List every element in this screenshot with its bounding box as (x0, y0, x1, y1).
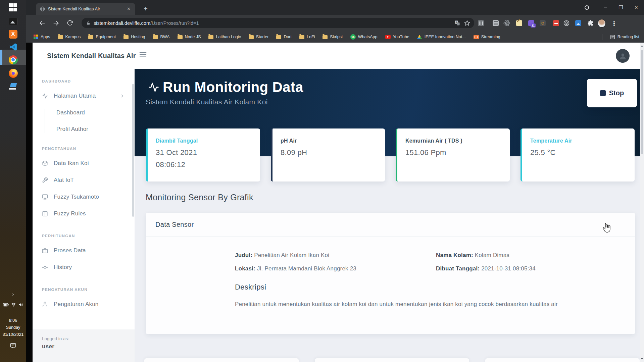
reading-list-button[interactable]: Reading list (610, 35, 639, 40)
bookmark-label: Apps (41, 35, 50, 39)
page-scrollbar[interactable] (640, 43, 644, 362)
bookmark-label: Kampus (65, 35, 81, 39)
main-content: Run Monitoring Data Sistem Kendali Kuali… (135, 69, 640, 362)
address-bar[interactable]: sistemkendali.devliffe.com/User/Proses/r… (82, 18, 474, 28)
bookmark-folder[interactable]: Node JS (178, 35, 201, 39)
stop-button[interactable]: Stop (587, 79, 637, 107)
remote-desktop-icon (9, 83, 17, 90)
sidebar-section-perhitungan: PERHITUNGAN (42, 234, 135, 238)
bookmark-folder[interactable]: Equipment (88, 35, 116, 39)
ext-doc-button[interactable] (492, 19, 500, 27)
screen: X 8:06 Sunday 31/10/2021 (0, 0, 644, 362)
close-button[interactable]: ✕ (629, 5, 644, 10)
extensions-puzzle-button[interactable] (587, 19, 595, 27)
ext-react-button[interactable] (503, 19, 511, 27)
bookmark-folder[interactable]: Hosting (123, 35, 145, 39)
sidebar-toggle-button[interactable] (139, 51, 147, 59)
sidebar-item-label: History (54, 264, 72, 271)
sidebar-item-profil-author[interactable]: Profil Author (56, 125, 135, 133)
chart-card-stub (485, 358, 640, 362)
folder-icon (123, 35, 129, 39)
ext-photos-button[interactable] (574, 19, 582, 27)
chevron-right-icon (120, 94, 125, 98)
sidebar-scrollbar-thumb[interactable] (132, 84, 134, 217)
bookmark-label: Reading list (617, 35, 639, 39)
battery-icon (3, 303, 9, 307)
chevron-expand-icon (11, 293, 15, 297)
maximize-button[interactable]: ❐ (613, 4, 629, 10)
sidebar-section-dashboard: DASHBOARD (42, 79, 135, 83)
translate-button[interactable]: A (454, 20, 460, 26)
bookmark-apps[interactable]: Apps (34, 35, 50, 39)
airplay-icon (42, 194, 48, 200)
ext-screenshare-button[interactable] (552, 19, 560, 27)
browser-menu-button[interactable]: ••• (610, 19, 618, 27)
bookmark-streaming[interactable]: Streaming (474, 35, 500, 39)
sidebar-item-data-ikan-koi[interactable]: Data Ikan Koi (42, 159, 135, 167)
bookmark-label: Dart (284, 35, 292, 39)
action-center-button[interactable] (0, 343, 26, 350)
minimize-button[interactable]: ─ (598, 5, 613, 10)
sidebar-item-proses-data[interactable]: Proses Data (42, 247, 135, 255)
system-tray[interactable] (0, 303, 26, 307)
ext-purple-button[interactable]: 11 (527, 19, 535, 27)
ext-moth-button[interactable]: C (539, 19, 547, 27)
page-title: Run Monitoring Data (163, 79, 303, 95)
taskbar-firefox[interactable] (0, 66, 26, 81)
bookmark-folder[interactable]: Skripsi (323, 35, 343, 39)
star-icon (464, 20, 470, 26)
tab-close-icon[interactable]: ✕ (126, 6, 132, 11)
bookmark-folder[interactable]: Starter (249, 35, 269, 39)
bookmark-folder[interactable]: LoFi (299, 35, 315, 39)
sidebar-item-history[interactable]: History (42, 263, 135, 271)
new-tab-button[interactable]: + (141, 4, 150, 13)
sidebar-item-halaman-utama[interactable]: Halaman Utama (42, 92, 135, 100)
ext-keyboard-button[interactable] (477, 19, 485, 27)
tray-expand[interactable] (0, 292, 26, 298)
sidebar-item-alat-iot[interactable]: Alat IoT (42, 176, 135, 184)
sidebar-section-pengetahuan: PENGETAHUAN (42, 147, 135, 151)
bookmark-drive[interactable]: IEEE Innovation Nat... (417, 35, 466, 39)
windows-logo-icon (9, 3, 17, 11)
bookmark-star-button[interactable] (464, 20, 470, 26)
scroll-up-arrow[interactable] (641, 45, 643, 47)
user-avatar-button[interactable] (616, 49, 630, 63)
deskripsi-title: Deskripsi (235, 283, 635, 292)
bookmark-folder[interactable]: Latihan Logic (208, 35, 241, 39)
bookmarks-bar: Apps Kampus Equipment Hosting BWA Node J… (26, 31, 644, 43)
stat-label: Diambil Tanggal (156, 138, 260, 144)
taskbar-remote-desktop[interactable] (0, 79, 26, 94)
chrome-icon (9, 55, 18, 64)
start-button[interactable] (0, 0, 26, 15)
app-body: DASHBOARD Halaman Utama Dashboard Profil… (33, 69, 640, 362)
forward-button[interactable] (52, 19, 60, 28)
sidebar-item-label: Profil Author (56, 126, 88, 133)
sidebar-item-fuzzy-rules[interactable]: Fuzzy Rules (42, 210, 135, 218)
taskbar-clock[interactable]: 8:06 Sunday 31/10/2021 (0, 317, 26, 338)
sidebar-item-fuzzy-tsukamoto[interactable]: Fuzzy Tsukamoto (42, 193, 135, 201)
sidebar-item-dashboard[interactable]: Dashboard (56, 109, 135, 117)
user-avatar-icon (618, 52, 627, 60)
profile-avatar-button[interactable] (598, 19, 606, 27)
scrollbar-thumb[interactable] (641, 50, 643, 154)
data-sensor-card-header[interactable]: Data Sensor (146, 213, 635, 237)
stop-button-label: Stop (609, 89, 624, 97)
refresh-button[interactable] (65, 19, 74, 28)
bookmark-whatsapp[interactable]: 16WhatsApp (350, 34, 378, 40)
bookmark-folder[interactable]: Dart (276, 35, 292, 39)
detail-label: Lokasi: (235, 265, 255, 272)
stat-card-ph-air: pH Air 8.09 pH (271, 128, 385, 182)
ext-note-button[interactable] (515, 19, 523, 27)
sidebar-item-pengaturan-akun[interactable]: Pengaturan Akun (42, 300, 135, 308)
bookmark-youtube[interactable]: YouTube (385, 35, 409, 39)
section-title: Monitoring Sensor By Grafik (146, 193, 253, 202)
back-button[interactable] (38, 19, 47, 28)
bookmark-folder[interactable]: Kampus (58, 35, 81, 39)
scroll-down-arrow[interactable] (641, 358, 643, 360)
sidebar: DASHBOARD Halaman Utama Dashboard Profil… (33, 69, 135, 362)
folder-icon (58, 35, 63, 39)
browser-tab[interactable]: Sistem Kendali Kualitas Air ✕ (36, 3, 135, 15)
ext-target-button[interactable] (562, 19, 571, 27)
taskbar-chrome[interactable] (0, 52, 26, 67)
bookmark-folder[interactable]: BWA (153, 35, 170, 39)
